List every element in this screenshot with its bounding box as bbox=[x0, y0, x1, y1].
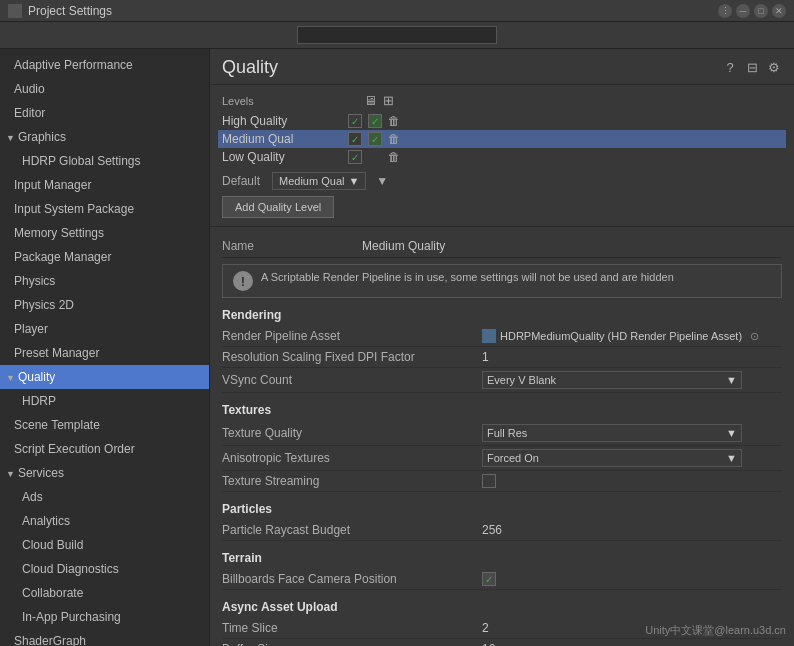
value-resolution-scaling[interactable]: 1 bbox=[482, 350, 782, 364]
sidebar-item-input-manager[interactable]: Input Manager bbox=[0, 173, 209, 197]
sidebar-item-scene-template[interactable]: Scene Template bbox=[0, 413, 209, 437]
quality-name-low: Low Quality bbox=[222, 150, 342, 164]
texture-streaming-checkbox[interactable] bbox=[482, 474, 496, 488]
settings-body: Name Medium Quality ! A Scriptable Rende… bbox=[210, 227, 794, 646]
value-buffer-size[interactable]: 16 bbox=[482, 642, 782, 646]
minimize-btn[interactable]: ─ bbox=[736, 4, 750, 18]
sidebar-item-adaptive-performance[interactable]: Adaptive Performance bbox=[0, 53, 209, 77]
sidebar-label-in-app-purchasing: In-App Purchasing bbox=[22, 610, 121, 624]
setting-texture-streaming: Texture Streaming bbox=[222, 471, 782, 492]
add-quality-button[interactable]: Add Quality Level bbox=[222, 196, 334, 218]
asset-expand[interactable]: ⊙ bbox=[750, 330, 759, 343]
delete-medium[interactable]: 🗑 bbox=[388, 132, 400, 146]
pc-check-medium[interactable]: ✓ bbox=[348, 132, 362, 146]
sidebar-item-hdrp[interactable]: HDRP bbox=[0, 389, 209, 413]
sidebar-item-physics[interactable]: Physics bbox=[0, 269, 209, 293]
value-particle-budget[interactable]: 256 bbox=[482, 523, 782, 537]
default-label: Default bbox=[222, 174, 260, 188]
label-render-pipeline: Render Pipeline Asset bbox=[222, 329, 482, 343]
sidebar-item-memory-settings[interactable]: Memory Settings bbox=[0, 221, 209, 245]
sidebar-item-collaborate[interactable]: Collaborate bbox=[0, 581, 209, 605]
asset-name: HDRPMediumQuality (HD Render Pipeline As… bbox=[500, 330, 742, 342]
delete-high[interactable]: 🗑 bbox=[388, 114, 400, 128]
default-value: Medium Qual bbox=[279, 175, 344, 187]
delete-low[interactable]: 🗑 bbox=[388, 150, 400, 164]
sidebar-item-preset-manager[interactable]: Preset Manager bbox=[0, 341, 209, 365]
warning-box: ! A Scriptable Render Pipeline is in use… bbox=[222, 264, 782, 298]
sidebar-item-script-execution-order[interactable]: Script Execution Order bbox=[0, 437, 209, 461]
maximize-btn[interactable]: □ bbox=[754, 4, 768, 18]
sidebar-label-script-execution-order: Script Execution Order bbox=[14, 442, 135, 456]
sidebar-item-services[interactable]: ▼Services bbox=[0, 461, 209, 485]
search-input[interactable] bbox=[297, 26, 497, 44]
label-texture-quality: Texture Quality bbox=[222, 426, 482, 440]
header-icons: ? ⊟ ⚙ bbox=[722, 60, 782, 76]
sidebar-item-player[interactable]: Player bbox=[0, 317, 209, 341]
quality-name-medium: Medium Qual bbox=[222, 132, 342, 146]
sidebar-item-graphics[interactable]: ▼Graphics bbox=[0, 125, 209, 149]
sidebar-item-audio[interactable]: Audio bbox=[0, 77, 209, 101]
setting-resolution-scaling: Resolution Scaling Fixed DPI Factor 1 bbox=[222, 347, 782, 368]
sidebar-label-ads: Ads bbox=[22, 490, 43, 504]
anisotropic-value: Forced On bbox=[487, 452, 539, 464]
asset-render-pipeline[interactable]: HDRPMediumQuality (HD Render Pipeline As… bbox=[482, 329, 759, 343]
sidebar-label-graphics: Graphics bbox=[18, 130, 66, 144]
quality-level-high[interactable]: High Quality ✓ ✓ 🗑 bbox=[222, 112, 782, 130]
sidebar-item-shadergraph[interactable]: ShaderGraph bbox=[0, 629, 209, 646]
main-layout: Adaptive PerformanceAudioEditor▼Graphics… bbox=[0, 49, 794, 646]
asset-icon bbox=[482, 329, 496, 343]
label-buffer-size: Buffer Size bbox=[222, 642, 482, 646]
setting-particle-budget: Particle Raycast Budget 256 bbox=[222, 520, 782, 541]
warning-text: A Scriptable Render Pipeline is in use, … bbox=[261, 271, 674, 283]
sidebar-item-in-app-purchasing[interactable]: In-App Purchasing bbox=[0, 605, 209, 629]
sidebar-item-ads[interactable]: Ads bbox=[0, 485, 209, 509]
sidebar-label-input-system-package: Input System Package bbox=[14, 202, 134, 216]
quality-level-medium[interactable]: Medium Qual ✓ ✓ 🗑 bbox=[218, 130, 786, 148]
section-rendering: Rendering bbox=[222, 308, 782, 322]
sidebar-item-cloud-build[interactable]: Cloud Build bbox=[0, 533, 209, 557]
sidebar-label-cloud-diagnostics: Cloud Diagnostics bbox=[22, 562, 119, 576]
pc-check-low[interactable]: ✓ bbox=[348, 150, 362, 164]
billboards-checkbox[interactable]: ✓ bbox=[482, 572, 496, 586]
sidebar-item-cloud-diagnostics[interactable]: Cloud Diagnostics bbox=[0, 557, 209, 581]
default-row: Default Medium Qual ▼ ▼ bbox=[222, 172, 782, 190]
quality-levels-section: Levels 🖥 ⊞ High Quality ✓ ✓ 🗑 Medium Qua… bbox=[210, 85, 794, 227]
sidebar-label-physics-2d: Physics 2D bbox=[14, 298, 74, 312]
sidebar: Adaptive PerformanceAudioEditor▼Graphics… bbox=[0, 49, 210, 646]
default-arrow2[interactable]: ▼ bbox=[376, 174, 388, 188]
sidebar-label-audio: Audio bbox=[14, 82, 45, 96]
vsync-dropdown[interactable]: Every V Blank ▼ bbox=[482, 371, 742, 389]
close-btn[interactable]: ✕ bbox=[772, 4, 786, 18]
name-field-label: Name bbox=[222, 239, 362, 253]
settings-icon[interactable]: ⚙ bbox=[766, 60, 782, 76]
setting-billboards: Billboards Face Camera Position ✓ bbox=[222, 569, 782, 590]
sidebar-item-quality[interactable]: ▼Quality bbox=[0, 365, 209, 389]
label-resolution-scaling: Resolution Scaling Fixed DPI Factor bbox=[222, 350, 482, 364]
setting-buffer-size: Buffer Size 16 bbox=[222, 639, 782, 646]
sidebar-item-hdrp-global-settings[interactable]: HDRP Global Settings bbox=[0, 149, 209, 173]
window-menu-btn[interactable]: ⋮ bbox=[718, 4, 732, 18]
green-check-high[interactable]: ✓ bbox=[368, 114, 382, 128]
monitor-icon: 🖥 bbox=[364, 93, 377, 108]
sidebar-item-package-manager[interactable]: Package Manager bbox=[0, 245, 209, 269]
section-terrain: Terrain bbox=[222, 551, 782, 565]
name-field-value[interactable]: Medium Quality bbox=[362, 239, 445, 253]
window-controls: ⋮ ─ □ ✕ bbox=[718, 4, 786, 18]
sidebar-item-editor[interactable]: Editor bbox=[0, 101, 209, 125]
app-icon bbox=[8, 4, 22, 18]
title-bar: Project Settings ⋮ ─ □ ✕ bbox=[0, 0, 794, 22]
sidebar-label-preset-manager: Preset Manager bbox=[14, 346, 99, 360]
pc-check-high[interactable]: ✓ bbox=[348, 114, 362, 128]
sidebar-item-physics-2d[interactable]: Physics 2D bbox=[0, 293, 209, 317]
default-dropdown[interactable]: Medium Qual ▼ bbox=[272, 172, 366, 190]
texture-quality-dropdown[interactable]: Full Res ▼ bbox=[482, 424, 742, 442]
quality-level-low[interactable]: Low Quality ✓ ✓ 🗑 bbox=[222, 148, 782, 166]
sidebar-item-input-system-package[interactable]: Input System Package bbox=[0, 197, 209, 221]
layout-icon[interactable]: ⊟ bbox=[744, 60, 760, 76]
setting-anisotropic: Anisotropic Textures Forced On ▼ bbox=[222, 446, 782, 471]
green-check-medium[interactable]: ✓ bbox=[368, 132, 382, 146]
sidebar-item-analytics[interactable]: Analytics bbox=[0, 509, 209, 533]
aniso-arrow: ▼ bbox=[726, 452, 737, 464]
anisotropic-dropdown[interactable]: Forced On ▼ bbox=[482, 449, 742, 467]
help-icon[interactable]: ? bbox=[722, 60, 738, 76]
